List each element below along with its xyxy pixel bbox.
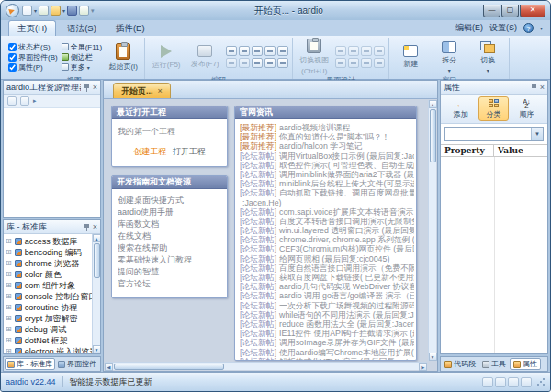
news-item[interactable]: [论坛新帖]百度自然语言接口调用演示（免费不限调用次数	[240, 263, 414, 273]
doc-link[interactable]: 创建桌面快捷方式	[118, 195, 221, 207]
explorer-tree[interactable]	[4, 108, 100, 217]
news-item[interactable]: [论坛新帖]aardio 调用 go语言/go编译器 演示（已更新）	[240, 291, 414, 300]
library-tree-item[interactable]: ⊞ electron 嵌入浏览器	[6, 346, 91, 353]
library-tree-item[interactable]: ⊞ crypt 加密解密	[6, 313, 91, 324]
layout-1-icon[interactable]	[482, 377, 493, 387]
doc-link[interactable]: 官方论坛	[118, 278, 221, 290]
start-page-button[interactable]: 起始页(I)	[106, 39, 141, 75]
library-tree-item[interactable]: ⊞ console 控制台窗口	[6, 291, 91, 302]
column-property[interactable]: Property	[441, 145, 494, 156]
outdent-icon[interactable]	[277, 46, 288, 56]
menu-settings[interactable]: 设置(S)	[489, 22, 517, 34]
tab-ui-controls[interactable]: 界面控件	[56, 358, 98, 370]
qat-customize-icon[interactable]: ▾	[91, 7, 95, 15]
news-item[interactable]: [论坛新帖]自动抓取下载链接、调用百度网盘批量离线下载 (	[240, 188, 414, 197]
scroll-right-icon[interactable]: ▶	[419, 363, 427, 371]
more-button[interactable]: 更多▾	[62, 62, 103, 72]
same-size-icon[interactable]	[335, 58, 346, 68]
library-tree-item[interactable]: ⊞ color 颜色	[6, 269, 91, 280]
pin-icon[interactable]	[84, 223, 90, 231]
publish-button[interactable]: 发布(F7)	[187, 39, 222, 75]
property-grid[interactable]	[441, 157, 547, 353]
app-logo-icon[interactable]	[6, 4, 19, 17]
tab-syntax[interactable]: 语法(S)	[59, 21, 105, 36]
paste-icon[interactable]	[252, 46, 263, 56]
close-icon[interactable]: ×	[540, 84, 545, 92]
goto-icon[interactable]	[277, 58, 288, 68]
align-left-icon[interactable]	[335, 46, 346, 56]
open-folder-icon[interactable]	[51, 6, 61, 16]
news-item[interactable]: [论坛新帖]while语句的不同用法演示 (最后回复:Jacen.He)	[240, 310, 414, 319]
news-item[interactable]: [论坛新帖]解析格式化HTML演示 (最后回复:saturn88)	[240, 357, 414, 360]
expand-icon[interactable]: ⊞	[6, 260, 12, 267]
news-item[interactable]: [论坛新帖]miniblink后台线程上传大文件(可显示进度) (最后	[240, 179, 414, 188]
search-icon[interactable]	[264, 58, 276, 68]
library-tree-item[interactable]: ⊞ com 组件对象	[6, 280, 91, 291]
save-icon[interactable]	[67, 6, 77, 16]
news-item[interactable]: [最新推荐]你真的知道什么是“脚本”吗？！	[240, 132, 414, 141]
tab-tools[interactable]: 工具	[479, 358, 509, 370]
open-project-link[interactable]: 打开工程	[173, 147, 206, 156]
tab-snippets[interactable]: 代码段	[442, 358, 478, 370]
console-window-icon[interactable]	[39, 6, 49, 16]
save-all-icon[interactable]	[79, 6, 89, 16]
news-item[interactable]: [论坛新帖]一次分析下载广场舞视频的过程附源码...... (最后	[240, 301, 414, 310]
doc-link[interactable]: 搜索在线帮助	[118, 242, 221, 254]
library-tree-item[interactable]: ⊞ dotNet 框架	[6, 335, 91, 346]
fullscreen-button[interactable]: 全屏(F11)	[62, 42, 103, 51]
new-file-dropdown-icon[interactable]: ▾	[34, 7, 37, 14]
anchor-icon[interactable]	[361, 58, 372, 68]
library-scrollbar[interactable]: ▲ ▼	[92, 234, 100, 353]
tab-properties[interactable]: 属性	[510, 358, 541, 370]
news-item[interactable]: [论坛新帖]百度文本转语音接口调用演示(无限制免费调用) (	[240, 217, 414, 226]
news-item[interactable]: [论坛新帖]取色控件演示( 可管理色表、自动生成配色方案 )	[240, 161, 414, 170]
news-item[interactable]: [论坛新帖]给网页照相 (最后回复:cjc0045)	[240, 254, 414, 263]
chevron-down-icon[interactable]: ▼	[531, 128, 543, 140]
expand-icon[interactable]: ⊞	[6, 249, 12, 256]
close-button[interactable]: ✕	[520, 5, 545, 17]
news-item[interactable]: [论坛新帖]win.ui.layered 透明窗口演示 (最后回复:Jacen.…	[240, 226, 414, 235]
expand-icon[interactable]: ⊞	[6, 348, 12, 353]
library-tree-item[interactable]: ⊞ coroutine 协程	[6, 302, 91, 313]
expand-icon[interactable]: ⊞	[6, 282, 12, 289]
ui-controls-checkbox[interactable]	[8, 53, 17, 62]
close-icon[interactable]: ×	[93, 223, 97, 231]
library-tree-item[interactable]: ⊞ bencoding 编码	[6, 247, 91, 258]
comment-icon[interactable]	[252, 58, 263, 68]
news-item[interactable]: [论坛新帖]调用miniblink做界面的aria2下载器 (最后回复:L	[240, 170, 414, 179]
run-button[interactable]: 运行(F5)	[149, 39, 184, 75]
library-tree-item[interactable]: ⊞ debug 调试	[6, 324, 91, 335]
layout-2-icon[interactable]	[495, 377, 506, 387]
cut-icon[interactable]	[226, 46, 237, 56]
news-item[interactable]: :Jacen.He)	[240, 198, 414, 207]
news-item[interactable]: [论坛新帖]com.sapi.voice扩展库文本转语音演示 (最后回复	[240, 207, 414, 217]
doc-link[interactable]: 提问的智慧	[118, 266, 221, 278]
tab-standard-library[interactable]: 库 - 标准库	[5, 358, 55, 370]
sidebar-button[interactable]: 侧边栏	[62, 52, 103, 62]
minimize-button[interactable]: —	[483, 5, 500, 17]
align-center-icon[interactable]	[348, 46, 359, 56]
scroll-down-icon[interactable]: ▼	[93, 345, 101, 353]
switch-button[interactable]: 切换 ▾	[470, 39, 505, 75]
same-width-icon[interactable]	[348, 58, 359, 68]
column-value[interactable]: Value	[494, 145, 547, 156]
layout-4-icon[interactable]	[521, 377, 532, 387]
doc-link[interactable]: 零基础快速入门教程	[118, 254, 221, 266]
doc-link[interactable]: 在线文档	[118, 230, 221, 242]
scroll-thumb[interactable]	[430, 109, 436, 162]
categorize-button[interactable]: 分类	[478, 96, 509, 121]
sort-order-button[interactable]: A↓Z 顺序	[512, 96, 542, 121]
lock-icon[interactable]	[374, 58, 385, 68]
scroll-down-icon[interactable]: ▼	[429, 353, 437, 361]
create-project-link[interactable]: 创建工程	[133, 147, 166, 156]
scroll-up-icon[interactable]: ▲	[429, 100, 437, 108]
version-link[interactable]: aardio v22.44	[6, 377, 56, 386]
tab-plugins[interactable]: 插件(E)	[107, 21, 153, 36]
help-icon[interactable]: ?	[523, 23, 534, 33]
new-file-icon[interactable]	[22, 6, 32, 16]
news-item[interactable]: [论坛新帖]chrome.driver, chrome.app 系列范例 (最后…	[240, 235, 414, 244]
news-item[interactable]: [论坛新帖]CEF3(Chromium内核)网页控件 (最后回复:Jace	[240, 244, 414, 253]
maximize-button[interactable]: ▢	[501, 5, 519, 17]
resize-grip[interactable]	[536, 377, 545, 386]
menu-edit[interactable]: 编辑(E)	[455, 22, 483, 34]
